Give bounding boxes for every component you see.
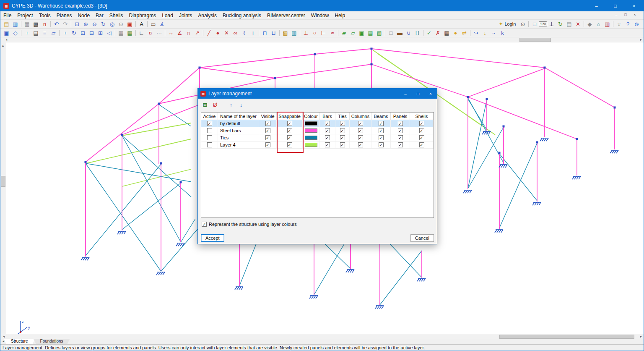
move-up-icon[interactable]: ↑ [227, 101, 235, 108]
columns-checkbox[interactable] [358, 121, 363, 126]
text-tool-icon[interactable]: A [137, 20, 146, 28]
active-checkbox[interactable] [207, 128, 212, 133]
cancel-button[interactable]: Cancel [410, 234, 434, 242]
zoom-out-icon[interactable]: ⊖ [90, 20, 99, 28]
perpendicular-icon[interactable]: ⊥ [547, 20, 556, 28]
panel-mesh-icon[interactable]: ▦ [366, 29, 375, 37]
extents-icon[interactable]: ⊞ [96, 29, 105, 37]
move-down-icon[interactable]: ↓ [237, 101, 245, 108]
menu-help[interactable]: Help [332, 11, 348, 19]
measure-icon[interactable]: ▭ [149, 20, 158, 28]
drawing-viewport[interactable]: z y x ▦ Layer management – □ × [6, 42, 644, 334]
shells-checkbox[interactable] [419, 121, 424, 126]
redo-icon[interactable]: ↷ [61, 20, 70, 28]
dim-linear-icon[interactable]: ↔ [166, 29, 175, 37]
orbit-icon[interactable]: ↻ [99, 20, 108, 28]
mark-icon[interactable]: ● [451, 29, 460, 37]
menu-bimserver-center[interactable]: BIMserver.center [264, 11, 308, 19]
grid-icon[interactable]: ▦ [117, 29, 125, 37]
menu-shells[interactable]: Shells [106, 11, 126, 19]
visible-checkbox[interactable] [265, 142, 270, 147]
material-icon[interactable]: ▧ [281, 29, 290, 37]
bar-list-icon[interactable]: ▤ [31, 29, 40, 37]
scroll-left-icon[interactable]: ◄ [1, 334, 6, 339]
panels-checkbox[interactable] [398, 121, 403, 126]
beams-checkbox[interactable] [379, 135, 384, 140]
active-checkbox[interactable] [207, 135, 212, 140]
panels-checkbox[interactable] [398, 142, 403, 147]
shells-checkbox[interactable] [419, 128, 424, 133]
bars-checkbox[interactable] [325, 142, 330, 147]
undo-icon[interactable]: ↶ [52, 20, 61, 28]
dim-edit-icon[interactable]: ↗ [193, 29, 202, 37]
table-row[interactable]: Ties [201, 134, 434, 141]
tables-icon[interactable]: ▦ [442, 29, 451, 37]
visible-checkbox[interactable] [265, 128, 270, 133]
swap-icon[interactable]: ⇄ [460, 29, 469, 37]
top-scrollbar[interactable]: ◄ ► [0, 37, 644, 42]
dialog-close-button[interactable]: × [424, 89, 437, 99]
anchorage-icon[interactable]: n [40, 20, 49, 28]
cut-icon[interactable]: ✕ [574, 20, 582, 28]
render-icon[interactable]: ◆ [585, 20, 594, 28]
dim-arc-icon[interactable]: ∩ [184, 29, 193, 37]
panel-edit-icon[interactable]: ▱ [348, 29, 357, 37]
supports-icon[interactable]: ⊥ [301, 29, 310, 37]
panels-checkbox[interactable] [398, 135, 403, 140]
frame-b-icon[interactable]: ⊔ [269, 29, 278, 37]
bar-info-icon[interactable]: i [249, 29, 257, 37]
select-window-icon[interactable]: ⊡ [78, 29, 87, 37]
snappable-checkbox[interactable] [287, 121, 292, 126]
layer-name[interactable]: Layer 4 [218, 141, 259, 148]
mdi-restore-button[interactable]: □ [621, 13, 630, 17]
new-bar-icon[interactable]: ╱ [205, 29, 213, 37]
view-wire-icon[interactable]: ◇ [11, 29, 20, 37]
menu-window[interactable]: Window [308, 11, 332, 19]
colour-swatch[interactable] [305, 136, 317, 140]
panel-openings-icon[interactable]: ▣ [357, 29, 366, 37]
search-icon[interactable]: ⊙ [518, 20, 527, 28]
divide-bar-icon[interactable]: ✕ [222, 29, 231, 37]
layer-name[interactable]: by default [218, 120, 259, 127]
menu-buckling-analysis[interactable]: Buckling analysis [220, 11, 264, 19]
minimize-button[interactable]: – [587, 0, 606, 11]
zoom-window-icon[interactable]: ⊡ [73, 20, 81, 28]
menu-planes[interactable]: Planes [54, 11, 75, 19]
mdi-minimize-button[interactable]: – [612, 13, 621, 17]
scroll-right-icon[interactable]: ► [639, 334, 644, 339]
rotate-view-icon[interactable]: ↻ [70, 29, 78, 37]
bars-checkbox[interactable] [325, 128, 330, 133]
restore-button[interactable]: □ [606, 0, 625, 11]
scale-1-60-icon[interactable]: 1.60 [539, 21, 547, 26]
layer-name[interactable]: Ties [218, 134, 259, 141]
stiffeners-icon[interactable]: ⊢ [319, 29, 328, 37]
clip-icon[interactable]: ⊟ [87, 29, 96, 37]
wave-icon[interactable]: ~ [489, 29, 498, 37]
beams-checkbox[interactable] [379, 128, 384, 133]
menu-project[interactable]: Project [14, 11, 36, 19]
panel-new-icon[interactable]: ▰ [340, 29, 348, 37]
bars-checkbox[interactable] [325, 121, 330, 126]
dialog-title-bar[interactable]: ▦ Layer management – □ × [198, 89, 437, 99]
dialog-minimize-button[interactable]: – [399, 89, 412, 99]
dim-angle-icon[interactable]: ∡ [175, 29, 184, 37]
table-row[interactable]: by default [201, 120, 434, 127]
represent-colours-option[interactable]: Represent the structure using layer colo… [202, 222, 297, 227]
help-icon[interactable]: ? [623, 20, 632, 28]
bottom-scrollbar[interactable]: ◄ ► [0, 334, 644, 339]
menu-joints[interactable]: Joints [176, 11, 195, 19]
erase-icon[interactable]: □ [387, 29, 395, 37]
k-factor-icon[interactable]: k [498, 29, 507, 37]
menu-bar[interactable]: Bar [93, 11, 106, 19]
views-icon[interactable]: ◎ [108, 20, 117, 28]
columns-checkbox[interactable] [358, 128, 363, 133]
ties-checkbox[interactable] [340, 142, 345, 147]
reference-planes-icon[interactable]: ▱ [49, 29, 58, 37]
menu-node[interactable]: Node [75, 11, 93, 19]
configuration-icon[interactable]: ☼ [615, 20, 623, 28]
table-row[interactable]: Steel bars [201, 127, 434, 134]
tab-structure[interactable]: Structure [4, 339, 35, 344]
document-icon[interactable]: ▥ [603, 20, 612, 28]
ortho-icon[interactable]: ∟ [137, 29, 146, 37]
previous-view-icon[interactable]: ⊙ [117, 20, 125, 28]
